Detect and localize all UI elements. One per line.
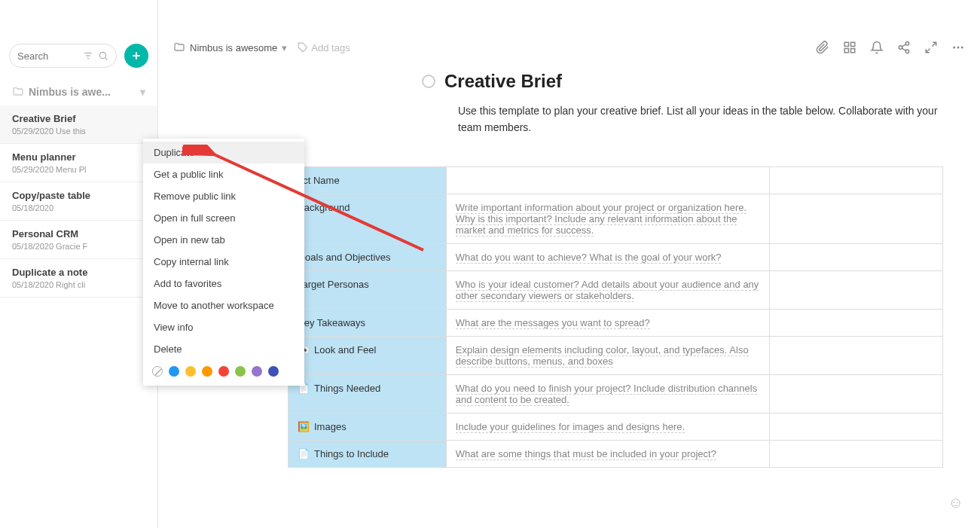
expand-icon[interactable] [924,41,938,54]
note-meta: 05/18/2020 Gracie F [12,242,145,251]
menu-item-open-in-full-screen[interactable]: Open in full screen [143,207,304,229]
note-title: Creative Brief [12,113,145,124]
menu-item-duplicate[interactable]: Duplicate [143,142,304,163]
color-swatch[interactable] [185,366,196,377]
note-meta: 05/18/2020 [12,203,145,212]
note-item[interactable]: Duplicate a note05/18/2020 Right cli [0,259,157,298]
checkbox-circle[interactable] [422,75,435,88]
color-swatch[interactable] [235,366,246,377]
table-row: 📄Things NeededWhat do you need to finish… [289,374,943,413]
sidebar-top [0,36,157,75]
table-empty-cell[interactable] [770,336,943,374]
workspace-header[interactable]: Nimbus is awe... ▾ [0,75,157,105]
table-label-cell[interactable]: ect Name [289,166,447,194]
table-desc-cell[interactable] [446,166,769,194]
add-tags-button[interactable]: Add tags [298,42,350,53]
table-empty-cell[interactable] [770,374,943,413]
svg-point-13 [899,46,902,50]
note-meta: 05/18/2020 Right cli [12,280,145,289]
note-item[interactable]: Personal CRM05/18/2020 Gracie F [0,221,157,259]
table-desc-cell[interactable]: What do you need to finish your project?… [446,374,769,413]
menu-item-remove-public-link[interactable]: Remove public link [143,185,304,207]
svg-point-12 [905,42,909,46]
add-note-button[interactable] [124,44,148,68]
table-label-cell[interactable]: 🖼️Images [289,413,447,440]
note-title: Copy/paste table [12,190,145,201]
folder-icon [12,86,24,98]
table-empty-cell[interactable] [770,309,943,336]
search-box[interactable] [9,44,117,68]
note-item[interactable]: Menu planner05/29/2020 Menu Pl [0,144,157,182]
table-label-cell[interactable]: Target Personas [289,270,447,309]
menu-item-view-info[interactable]: View info [143,316,304,338]
table-empty-cell[interactable] [770,194,943,243]
search-icon[interactable] [98,50,108,61]
color-swatch[interactable] [169,366,179,377]
topbar-actions [816,41,965,54]
color-swatch[interactable] [152,366,163,377]
note-item[interactable]: Creative Brief05/29/2020 Use this [0,105,157,144]
breadcrumb[interactable]: Nimbus is awesome ▾ [173,41,287,53]
color-swatch[interactable] [218,366,229,377]
menu-item-move-to-another-workspace[interactable]: Move to another workspace [143,295,304,316]
svg-rect-11 [851,49,855,53]
color-row [143,360,304,383]
color-swatch[interactable] [252,366,262,377]
table-row: Goals and ObjectivesWhat do you want to … [289,243,943,270]
filter-icon[interactable] [83,50,93,61]
svg-line-4 [105,58,108,60]
chevron-down-icon[interactable]: ▾ [140,86,145,98]
note-title: Menu planner [12,151,145,163]
table-empty-cell[interactable] [770,413,943,440]
table-label-cell[interactable]: Background [289,194,447,243]
table-label-cell[interactable]: Goals and Objectives [289,243,447,270]
menu-item-add-to-favorites[interactable]: Add to favorites [143,273,304,295]
svg-point-14 [905,50,909,53]
table-desc-cell[interactable]: What are the messages you want to spread… [446,309,769,336]
svg-point-19 [953,47,955,49]
menu-item-copy-internal-link[interactable]: Copy internal link [143,251,304,273]
table-empty-cell[interactable] [770,270,943,309]
svg-line-16 [902,44,905,47]
share-icon[interactable] [897,41,911,54]
color-swatch[interactable] [202,366,212,377]
menu-item-get-a-public-link[interactable]: Get a public link [143,163,304,185]
table-empty-cell[interactable] [770,166,943,194]
grid-icon[interactable] [843,41,856,54]
table-desc-cell[interactable]: What are some things that must be includ… [446,440,769,467]
table-label-cell[interactable]: 📄Things Needed [289,374,447,413]
table-label-cell[interactable]: 📄Things to Include [289,440,447,467]
svg-rect-8 [844,42,848,46]
table-desc-cell[interactable]: Who is your ideal customer? Add details … [446,270,769,309]
table-desc-cell[interactable]: What do you want to achieve? What is the… [446,243,769,270]
table-desc-cell[interactable]: Write important information about your p… [446,194,769,243]
emoji-button[interactable]: ☺ [948,494,963,511]
bell-icon[interactable] [870,41,884,54]
menu-item-open-in-new-tab[interactable]: Open in new tab [143,229,304,251]
note-title: Duplicate a note [12,267,145,278]
attachment-icon[interactable] [816,41,829,54]
svg-point-20 [957,47,960,49]
note-item[interactable]: Copy/paste table05/18/2020 [0,182,157,221]
workspace-label: Nimbus is awe... [29,86,111,98]
note-meta: 05/29/2020 Use this [12,127,145,136]
note-meta: 05/29/2020 Menu Pl [12,165,145,174]
menu-item-delete[interactable]: Delete [143,338,304,360]
svg-rect-10 [844,49,848,53]
note-list: Creative Brief05/29/2020 Use thisMenu pl… [0,105,157,528]
svg-line-17 [933,42,936,46]
table-label-cell[interactable]: Key Takeaways [289,309,447,336]
add-tags-label: Add tags [311,42,350,53]
doc-header: Creative Brief [422,71,950,92]
table-row: 🖼️ImagesInclude your guidelines for imag… [289,413,943,440]
table-empty-cell[interactable] [770,243,943,270]
more-icon[interactable] [951,41,965,54]
table-empty-cell[interactable] [770,440,943,467]
svg-line-15 [902,48,905,50]
chevron-down-icon[interactable]: ▾ [282,42,287,53]
table-label-cell[interactable]: 👀Look and Feel [289,336,447,374]
table-desc-cell[interactable]: Include your guidelines for images and d… [446,413,769,440]
color-swatch[interactable] [268,366,279,377]
search-input[interactable] [17,50,83,62]
table-desc-cell[interactable]: Explain design elements including color,… [446,336,769,374]
